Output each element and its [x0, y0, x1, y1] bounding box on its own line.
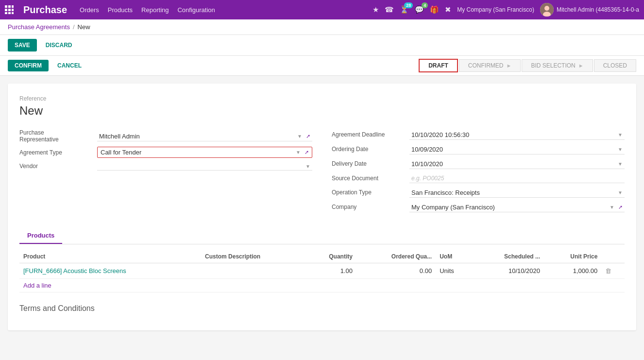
field-agreement-type: Agreement Type Call for Tender ▼ ➚: [19, 147, 312, 158]
col-actions: [601, 250, 625, 263]
cell-unit-price: 1,000.00: [544, 263, 601, 279]
field-purchase-representative: PurchaseRepresentative Mitchell Admin ▼ …: [19, 129, 312, 143]
col-uom: UoM: [436, 250, 472, 263]
tab-products[interactable]: Products: [19, 228, 62, 244]
delivery-date-value[interactable]: 10/10/2020 ▼: [409, 158, 625, 169]
agreement-type-value[interactable]: Call for Tender ▼ ➚: [97, 147, 312, 158]
gift-icon[interactable]: 🎁: [430, 5, 439, 14]
cell-quantity: 1.00: [305, 263, 356, 279]
svg-rect-6: [5, 12, 7, 14]
user-info: Mitchell Admin (4485365-14-0-a: [540, 3, 639, 17]
reference-value: New: [19, 104, 625, 118]
status-steps: DRAFT CONFIRMED ► BID SELECTION ► CLOSED: [419, 59, 636, 72]
menu-configuration[interactable]: Configuration: [177, 6, 215, 14]
clock-badge: 28: [404, 2, 413, 8]
confirm-button[interactable]: CONFIRM: [8, 60, 49, 71]
form-card: Reference New PurchaseRepresentative Mit…: [8, 84, 636, 330]
operation-type-value[interactable]: San Francisco: Receipts ▼: [409, 187, 625, 198]
tabs-bar: Products: [19, 228, 625, 244]
svg-rect-4: [8, 9, 11, 11]
purchase-rep-external-link[interactable]: ➚: [306, 133, 310, 139]
terms-divider: [19, 292, 625, 292]
step-confirmed[interactable]: CONFIRMED ►: [459, 59, 521, 72]
ordering-date-label: Ordering Date: [332, 146, 409, 153]
vendor-dropdown-arrow: ▼: [305, 164, 310, 169]
col-quantity: Quantity: [305, 250, 356, 263]
delivery-date-arrow: ▼: [618, 161, 623, 167]
action-bar: SAVE DISCARD: [0, 35, 644, 56]
field-source-document: Source Document e.g. PO0025: [332, 173, 625, 183]
svg-rect-3: [5, 9, 7, 11]
activity-icon[interactable]: ★: [373, 5, 379, 14]
purchase-rep-label: PurchaseRepresentative: [19, 129, 97, 143]
field-delivery-date: Delivery Date 10/10/2020 ▼: [332, 158, 625, 169]
menu-reporting[interactable]: Reporting: [141, 6, 169, 14]
field-operation-type: Operation Type San Francisco: Receipts ▼: [332, 187, 625, 198]
field-agreement-deadline: Agreement Deadline 10/10/2020 10:56:30 ▼: [332, 129, 625, 140]
top-nav: Purchase Orders Products Reporting Confi…: [0, 0, 644, 19]
right-fields: Agreement Deadline 10/10/2020 10:56:30 ▼…: [332, 129, 625, 216]
cell-ordered-qty: 0.00: [356, 263, 436, 279]
topnav-right: ★ ☎ ⏳ 28 💬 4 🎁 ✖ My Company (San Francis…: [373, 3, 639, 17]
menu-orders[interactable]: Orders: [80, 6, 99, 14]
avatar: [540, 3, 554, 17]
chat-icon[interactable]: 💬 4: [415, 5, 424, 14]
app-title: Purchase: [23, 4, 67, 16]
svg-point-10: [544, 6, 549, 11]
cancel-button[interactable]: CANCEL: [52, 60, 86, 71]
agreement-deadline-label: Agreement Deadline: [332, 131, 409, 138]
step-closed[interactable]: CLOSED: [594, 59, 636, 72]
save-button[interactable]: SAVE: [8, 39, 37, 51]
discard-button[interactable]: DISCARD: [41, 39, 77, 51]
vendor-label: Vendor: [19, 163, 97, 170]
svg-rect-2: [12, 5, 14, 8]
add-line-button[interactable]: Add a line: [19, 279, 55, 292]
breadcrumb-current: New: [78, 23, 90, 31]
agreement-deadline-value[interactable]: 10/10/2020 10:56:30 ▼: [409, 129, 625, 140]
source-doc-value[interactable]: e.g. PO0025: [409, 173, 625, 183]
purchase-rep-value[interactable]: Mitchell Admin ▼ ➚: [97, 131, 312, 141]
cell-product[interactable]: [FURN_6666] Acoustic Bloc Screens: [19, 263, 201, 279]
clock-icon[interactable]: ⏳ 28: [400, 5, 409, 14]
user-name: Mitchell Admin (4485365-14-0-a: [557, 6, 639, 13]
svg-rect-8: [12, 12, 14, 14]
agreement-type-label: Agreement Type: [19, 149, 97, 156]
phone-icon[interactable]: ☎: [385, 5, 394, 14]
left-fields: PurchaseRepresentative Mitchell Admin ▼ …: [19, 129, 312, 216]
table-row: [FURN_6666] Acoustic Bloc Screens 1.00 0…: [19, 263, 625, 279]
operation-type-arrow: ▼: [618, 190, 623, 195]
main-content: Reference New PurchaseRepresentative Mit…: [0, 76, 644, 358]
breadcrumb: Purchase Agreements / New: [0, 19, 644, 35]
delete-row-icon[interactable]: 🗑: [605, 267, 611, 274]
svg-rect-7: [8, 12, 11, 14]
breadcrumb-parent[interactable]: Purchase Agreements: [8, 23, 70, 31]
field-company: Company My Company (San Francisco) ▼ ➚: [332, 202, 625, 212]
status-bar: CONFIRM CANCEL DRAFT CONFIRMED ► BID SEL…: [0, 56, 644, 76]
company-name[interactable]: My Company (San Francisco): [457, 6, 534, 13]
breadcrumb-separator: /: [73, 23, 75, 31]
company-external-link[interactable]: ➚: [618, 204, 623, 210]
ordering-date-arrow: ▼: [618, 147, 623, 152]
cell-scheduled: 10/10/2020: [472, 263, 544, 279]
company-label: Company: [332, 204, 409, 210]
menu-products[interactable]: Products: [108, 6, 133, 14]
agreement-type-external-link[interactable]: ➚: [305, 149, 309, 155]
svg-rect-5: [12, 9, 14, 11]
ordering-date-value[interactable]: 10/09/2020 ▼: [409, 144, 625, 154]
apps-icon[interactable]: [5, 5, 14, 14]
col-unit-price: Unit Price: [544, 250, 601, 263]
chat-badge: 4: [422, 2, 428, 8]
vendor-value[interactable]: ▼: [97, 162, 312, 171]
step-bid-selection[interactable]: BID SELECTION ►: [522, 59, 593, 72]
company-value[interactable]: My Company (San Francisco) ▼ ➚: [409, 202, 625, 212]
agreement-type-dropdown-arrow: ▼: [296, 150, 301, 155]
step-draft[interactable]: DRAFT: [419, 59, 458, 72]
top-menu: Orders Products Reporting Configuration: [80, 6, 365, 14]
cell-delete[interactable]: 🗑: [601, 263, 625, 279]
field-ordering-date: Ordering Date 10/09/2020 ▼: [332, 144, 625, 154]
delivery-date-label: Delivery Date: [332, 160, 409, 167]
operation-type-label: Operation Type: [332, 189, 409, 196]
source-doc-label: Source Document: [332, 175, 409, 182]
cell-custom-desc[interactable]: [201, 263, 305, 279]
scissors-icon[interactable]: ✖: [445, 5, 451, 14]
